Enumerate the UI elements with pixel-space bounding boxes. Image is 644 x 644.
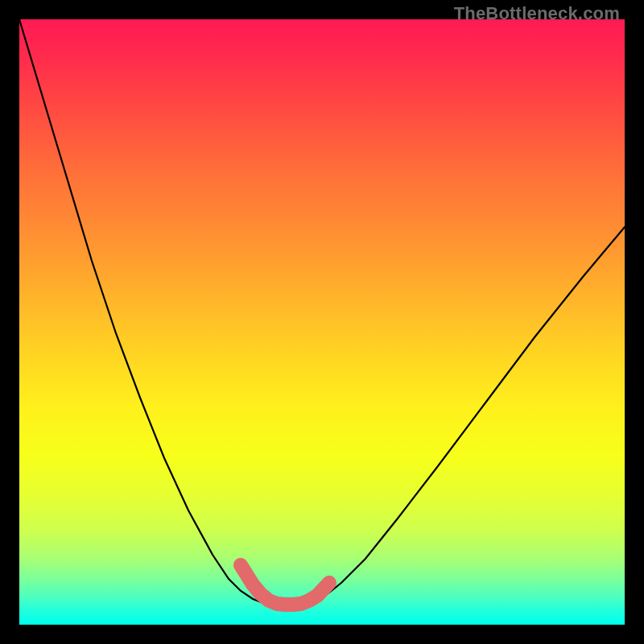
watermark-text: TheBottleneck.com — [454, 3, 620, 24]
plot-area — [19, 19, 625, 625]
curve-layer — [19, 19, 625, 625]
chart-frame: TheBottleneck.com — [0, 0, 644, 644]
curve-right-branch — [285, 227, 625, 605]
curve-left-branch — [19, 19, 285, 605]
